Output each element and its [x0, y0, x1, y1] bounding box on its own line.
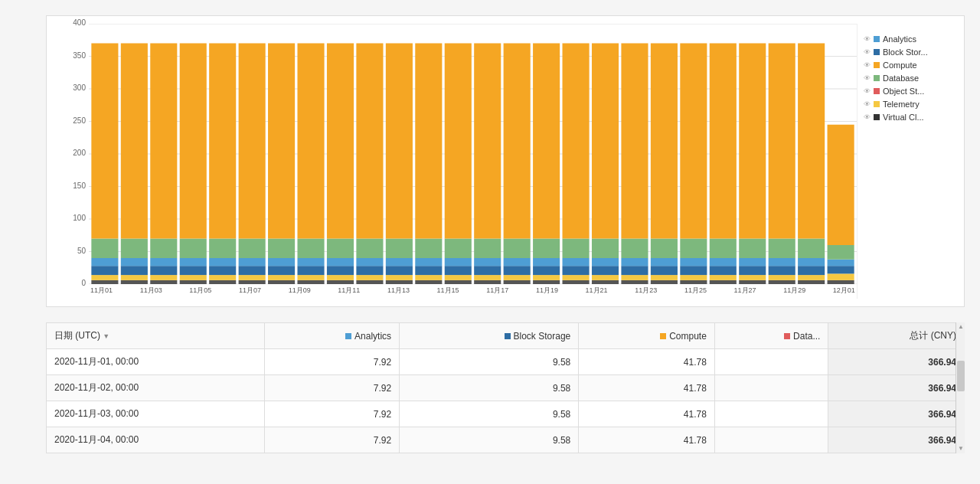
- bar-segment[interactable]: [91, 275, 118, 280]
- bar-segment[interactable]: [297, 258, 324, 266]
- bar-segment[interactable]: [474, 258, 501, 266]
- bar-segment[interactable]: [651, 44, 678, 239]
- bar-segment[interactable]: [268, 258, 295, 266]
- bar-segment[interactable]: [415, 239, 442, 259]
- bar-segment[interactable]: [710, 44, 737, 239]
- bar-segment[interactable]: [121, 275, 148, 280]
- bar-segment[interactable]: [621, 258, 648, 266]
- bar-segment[interactable]: [209, 266, 236, 275]
- bar-segment[interactable]: [769, 280, 795, 284]
- bar-segment[interactable]: [327, 280, 354, 284]
- bar-segment[interactable]: [91, 44, 118, 239]
- bar-segment[interactable]: [828, 245, 854, 260]
- bar-segment[interactable]: [415, 275, 442, 280]
- bar-segment[interactable]: [356, 275, 383, 280]
- legend-item[interactable]: 👁 Compute: [864, 60, 950, 70]
- bar-segment[interactable]: [710, 258, 737, 266]
- bar-segment[interactable]: [592, 275, 619, 280]
- bar-segment[interactable]: [592, 280, 619, 284]
- bar-segment[interactable]: [356, 280, 383, 284]
- legend-item[interactable]: 👁 Analytics: [864, 34, 950, 44]
- bar-segment[interactable]: [268, 280, 295, 284]
- bar-segment[interactable]: [386, 266, 413, 275]
- bar-segment[interactable]: [533, 44, 560, 239]
- bar-segment[interactable]: [651, 258, 678, 266]
- bar-segment[interactable]: [769, 258, 795, 266]
- scrollbar-thumb[interactable]: [957, 361, 965, 391]
- bar-segment[interactable]: [386, 275, 413, 280]
- bar-segment[interactable]: [121, 258, 148, 266]
- bar-segment[interactable]: [445, 266, 472, 275]
- bar-segment[interactable]: [150, 280, 177, 284]
- bar-segment[interactable]: [651, 239, 678, 259]
- bar-segment[interactable]: [592, 44, 619, 239]
- bar-segment[interactable]: [239, 44, 266, 239]
- bar-segment[interactable]: [621, 44, 648, 239]
- bar-segment[interactable]: [621, 280, 648, 284]
- bar-segment[interactable]: [474, 275, 501, 280]
- bar-segment[interactable]: [386, 280, 413, 284]
- bar-segment[interactable]: [504, 275, 531, 280]
- bar-segment[interactable]: [180, 280, 207, 284]
- bar-segment[interactable]: [445, 275, 472, 280]
- bar-segment[interactable]: [121, 44, 148, 239]
- bar-segment[interactable]: [209, 239, 236, 259]
- bar-segment[interactable]: [563, 280, 590, 284]
- bar-segment[interactable]: [563, 266, 590, 275]
- bar-segment[interactable]: [297, 275, 324, 280]
- bar-segment[interactable]: [297, 280, 324, 284]
- bar-segment[interactable]: [297, 239, 324, 259]
- bar-segment[interactable]: [386, 258, 413, 266]
- bar-segment[interactable]: [180, 44, 207, 239]
- bar-segment[interactable]: [680, 280, 707, 284]
- bar-segment[interactable]: [268, 239, 295, 259]
- bar-segment[interactable]: [327, 239, 354, 259]
- bar-segment[interactable]: [533, 239, 560, 259]
- bar-segment[interactable]: [297, 44, 324, 239]
- bar-segment[interactable]: [209, 258, 236, 266]
- bar-segment[interactable]: [180, 266, 207, 275]
- bar-segment[interactable]: [504, 44, 531, 239]
- bar-segment[interactable]: [327, 275, 354, 280]
- bar-segment[interactable]: [239, 280, 266, 284]
- bar-segment[interactable]: [563, 258, 590, 266]
- bar-segment[interactable]: [445, 258, 472, 266]
- bar-segment[interactable]: [651, 266, 678, 275]
- bar-segment[interactable]: [356, 266, 383, 275]
- bar-segment[interactable]: [739, 275, 766, 280]
- bar-segment[interactable]: [121, 239, 148, 259]
- bar-segment[interactable]: [415, 266, 442, 275]
- bar-segment[interactable]: [798, 280, 825, 284]
- legend-item[interactable]: 👁 Virtual Cl...: [864, 113, 950, 122]
- bar-segment[interactable]: [474, 266, 501, 275]
- bar-segment[interactable]: [563, 239, 590, 259]
- bar-segment[interactable]: [739, 266, 766, 275]
- bar-segment[interactable]: [563, 44, 590, 239]
- bar-segment[interactable]: [180, 258, 207, 266]
- bar-segment[interactable]: [474, 280, 501, 284]
- bar-segment[interactable]: [739, 258, 766, 266]
- bar-segment[interactable]: [91, 280, 118, 284]
- bar-segment[interactable]: [268, 275, 295, 280]
- bar-segment[interactable]: [445, 239, 472, 259]
- bar-segment[interactable]: [445, 44, 472, 239]
- bar-segment[interactable]: [180, 239, 207, 259]
- bar-segment[interactable]: [798, 239, 825, 259]
- bar-segment[interactable]: [798, 258, 825, 266]
- bar-segment[interactable]: [209, 44, 236, 239]
- bar-segment[interactable]: [91, 239, 118, 259]
- bar-segment[interactable]: [327, 258, 354, 266]
- bar-segment[interactable]: [239, 275, 266, 280]
- bar-segment[interactable]: [769, 44, 795, 239]
- bar-segment[interactable]: [474, 44, 501, 239]
- bar-segment[interactable]: [268, 266, 295, 275]
- bar-segment[interactable]: [739, 44, 766, 239]
- bar-segment[interactable]: [710, 275, 737, 280]
- bar-segment[interactable]: [680, 258, 707, 266]
- bar-segment[interactable]: [150, 258, 177, 266]
- legend-item[interactable]: 👁 Telemetry: [864, 100, 950, 109]
- bar-segment[interactable]: [91, 266, 118, 275]
- bar-segment[interactable]: [386, 239, 413, 259]
- bar-segment[interactable]: [297, 266, 324, 275]
- bar-segment[interactable]: [651, 275, 678, 280]
